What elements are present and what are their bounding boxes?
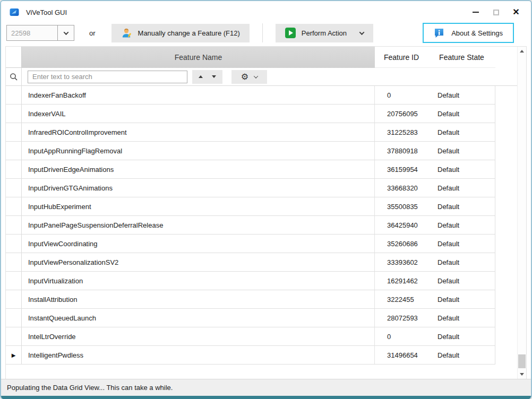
feature-id-cell[interactable]: 36425940 xyxy=(375,216,428,235)
row-indicator-cell[interactable] xyxy=(6,235,22,253)
feature-state-cell[interactable]: Default xyxy=(428,197,495,216)
maximize-icon xyxy=(493,10,499,15)
feature-name-cell[interactable]: IndexerFanBackoff xyxy=(22,86,375,105)
feature-id-cell[interactable]: 28072593 xyxy=(375,309,428,327)
about-settings-button[interactable]: About & Settings xyxy=(423,23,514,43)
feature-id-cell[interactable]: 33393602 xyxy=(375,253,428,272)
feature-id-cell[interactable]: 0 xyxy=(375,327,428,346)
table-row[interactable]: InputDrivenEdgeAnimations 36159954 Defau… xyxy=(6,160,526,179)
feature-id-cell[interactable]: 35500835 xyxy=(375,197,428,216)
feature-state-cell[interactable]: Default xyxy=(428,105,495,123)
scrollbar-up-button[interactable] xyxy=(518,47,526,56)
row-indicator-cell[interactable] xyxy=(6,272,22,290)
table-row[interactable]: IndexerVAIL 20756095 Default xyxy=(6,105,526,123)
row-indicator-cell[interactable] xyxy=(6,142,22,160)
row-indicator-cell[interactable] xyxy=(6,290,22,309)
feature-state-cell[interactable]: Default xyxy=(428,160,495,179)
scrollbar-thumb[interactable] xyxy=(518,354,526,368)
table-row[interactable]: InstallAttribution 3222455 Default xyxy=(6,290,526,309)
row-indicator-cell[interactable] xyxy=(6,179,22,197)
vertical-scrollbar[interactable] xyxy=(517,47,526,379)
row-indicator-cell[interactable] xyxy=(6,327,22,346)
feature-id-cell[interactable]: 31496654 xyxy=(375,346,428,365)
feature-state-cell[interactable]: Default xyxy=(428,86,495,105)
minimize-button[interactable] xyxy=(471,8,480,16)
table-row[interactable]: InputViewPersonalizationSV2 33393602 Def… xyxy=(6,253,526,272)
table-row[interactable]: InputDrivenGTGAnimations 33668320 Defaul… xyxy=(6,179,526,197)
row-indicator-cell[interactable] xyxy=(6,309,22,327)
feature-name-cell[interactable]: InstallAttribution xyxy=(22,290,375,309)
feature-id-cell[interactable]: 31225283 xyxy=(375,123,428,142)
build-combobox-dropdown-button[interactable] xyxy=(57,25,74,40)
feature-id-cell[interactable]: 36159954 xyxy=(375,160,428,179)
feature-name-cell[interactable]: IndexerVAIL xyxy=(22,105,375,123)
feature-name-cell[interactable]: IntelligentPwdless xyxy=(22,346,375,365)
feature-state-cell[interactable]: Default xyxy=(428,123,495,142)
table-row[interactable]: ▶ IntelligentPwdless 31496654 Default xyxy=(6,346,526,365)
feature-id-cell[interactable]: 3222455 xyxy=(375,290,428,309)
column-header-feature-id[interactable]: Feature ID xyxy=(375,47,428,68)
feature-name-cell[interactable]: InputAppRunningFlagRemoval xyxy=(22,142,375,160)
row-indicator-cell[interactable] xyxy=(6,197,22,216)
feature-id-cell[interactable]: 16291462 xyxy=(375,272,428,290)
table-row[interactable]: InputHubExperiment 35500835 Default xyxy=(6,197,526,216)
minimize-icon xyxy=(473,12,479,13)
feature-name-cell[interactable]: InstantQueuedLaunch xyxy=(22,309,375,327)
feature-name-cell[interactable]: InputDrivenGTGAnimations xyxy=(22,179,375,197)
feature-name-cell[interactable]: InfraredROIControlImprovement xyxy=(22,123,375,142)
search-prev-button[interactable] xyxy=(196,72,205,82)
column-header-feature-name[interactable]: Feature Name xyxy=(22,47,375,68)
feature-state-cell[interactable]: Default xyxy=(428,272,495,290)
table-row[interactable]: IndexerFanBackoff 0 Default xyxy=(6,86,526,105)
table-row[interactable]: InputVirtualization 16291462 Default xyxy=(6,272,526,290)
perform-action-button[interactable]: Perform Action xyxy=(276,24,373,42)
perform-action-label: Perform Action xyxy=(302,29,347,37)
feature-id-cell[interactable]: 37880918 xyxy=(375,142,428,160)
table-row[interactable]: InstantQueuedLaunch 28072593 Default xyxy=(6,309,526,327)
table-row[interactable]: InputViewCoordinating 35260686 Default xyxy=(6,235,526,253)
feature-name-cell[interactable]: InputVirtualization xyxy=(22,272,375,290)
row-indicator-cell[interactable]: ▶ xyxy=(6,346,22,365)
table-row[interactable]: InfraredROIControlImprovement 31225283 D… xyxy=(6,123,526,142)
feature-state-cell[interactable]: Default xyxy=(428,290,495,309)
feature-state-cell[interactable]: Default xyxy=(428,346,495,365)
row-indicator-cell[interactable] xyxy=(6,123,22,142)
feature-state-cell[interactable]: Default xyxy=(428,253,495,272)
close-button[interactable]: ✕ xyxy=(512,8,520,16)
triangle-down-icon xyxy=(212,75,216,78)
feature-name-cell[interactable]: InputDrivenEdgeAnimations xyxy=(22,160,375,179)
row-indicator-cell[interactable] xyxy=(6,160,22,179)
scrollbar-down-button[interactable] xyxy=(518,370,526,379)
search-next-button[interactable] xyxy=(209,72,219,82)
manually-change-feature-button[interactable]: Manually change a Feature (F12) xyxy=(111,24,250,42)
feature-name-cell[interactable]: InputViewPersonalizationSV2 xyxy=(22,253,375,272)
table-row[interactable]: InputAppRunningFlagRemoval 37880918 Defa… xyxy=(6,142,526,160)
search-gutter xyxy=(6,68,22,85)
feature-state-cell[interactable]: Default xyxy=(428,179,495,197)
row-indicator-cell[interactable] xyxy=(6,105,22,123)
feature-id-cell[interactable]: 33668320 xyxy=(375,179,428,197)
window-bottom-edge xyxy=(1,396,531,399)
feature-state-cell[interactable]: Default xyxy=(428,142,495,160)
row-indicator-cell[interactable] xyxy=(6,86,22,105)
feature-id-cell[interactable]: 35260686 xyxy=(375,235,428,253)
table-row[interactable]: InputPanelPageSuspensionDeferralRelease … xyxy=(6,216,526,235)
search-settings-button[interactable]: ⚙ xyxy=(231,70,267,84)
feature-name-cell[interactable]: InputPanelPageSuspensionDeferralRelease xyxy=(22,216,375,235)
column-header-feature-state[interactable]: Feature State xyxy=(428,47,495,68)
feature-id-cell[interactable]: 0 xyxy=(375,86,428,105)
search-input[interactable] xyxy=(28,71,187,83)
maximize-button[interactable] xyxy=(492,8,500,16)
feature-name-cell[interactable]: InputViewCoordinating xyxy=(22,235,375,253)
feature-state-cell[interactable]: Default xyxy=(428,327,495,346)
build-number-combobox[interactable]: 22598 xyxy=(6,25,74,41)
feature-state-cell[interactable]: Default xyxy=(428,309,495,327)
row-indicator-cell[interactable] xyxy=(6,216,22,235)
feature-id-cell[interactable]: 20756095 xyxy=(375,105,428,123)
feature-name-cell[interactable]: InputHubExperiment xyxy=(22,197,375,216)
table-row[interactable]: IntelLtrOverride 0 Default xyxy=(6,327,526,346)
feature-name-cell[interactable]: IntelLtrOverride xyxy=(22,327,375,346)
row-indicator-cell[interactable] xyxy=(6,253,22,272)
feature-state-cell[interactable]: Default xyxy=(428,235,495,253)
feature-state-cell[interactable]: Default xyxy=(428,216,495,235)
